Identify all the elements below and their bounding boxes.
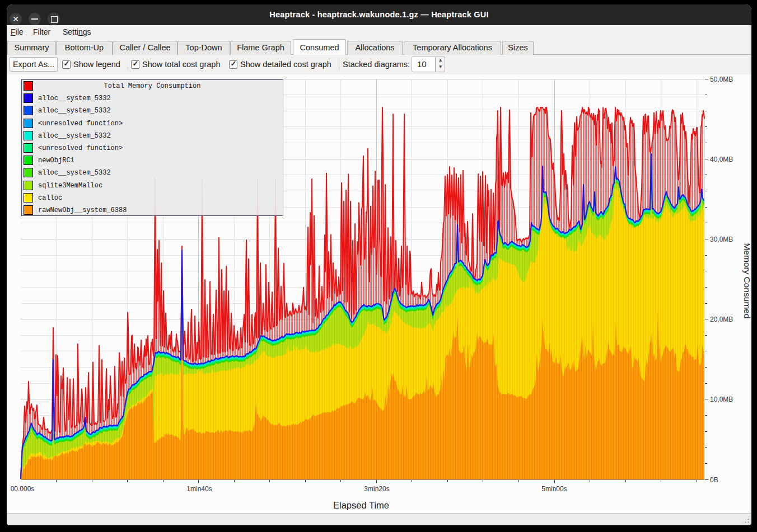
svg-text:00.000s: 00.000s bbox=[11, 485, 35, 493]
svg-text:Elapsed Time: Elapsed Time bbox=[333, 500, 389, 510]
svg-text:0B: 0B bbox=[710, 476, 718, 484]
svg-text:1min40s: 1min40s bbox=[186, 485, 212, 493]
svg-text:50,0MB: 50,0MB bbox=[710, 76, 733, 83]
svg-text:20,0MB: 20,0MB bbox=[710, 316, 733, 323]
svg-text:3min20s: 3min20s bbox=[364, 485, 389, 493]
svg-text:5min00s: 5min00s bbox=[541, 485, 567, 493]
svg-text:30,0MB: 30,0MB bbox=[710, 236, 733, 243]
svg-text:10,0MB: 10,0MB bbox=[710, 396, 733, 403]
svg-text:Memory Consumed: Memory Consumed bbox=[742, 243, 751, 318]
svg-text:40,0MB: 40,0MB bbox=[710, 156, 733, 163]
